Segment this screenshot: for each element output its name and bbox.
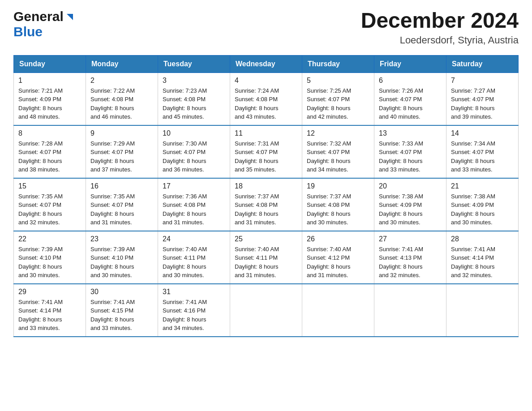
calendar-cell: 16 Sunrise: 7:35 AM Sunset: 4:07 PM Dayl… <box>86 178 158 231</box>
calendar-week-row: 8 Sunrise: 7:28 AM Sunset: 4:07 PM Dayli… <box>14 125 519 178</box>
calendar-cell: 17 Sunrise: 7:36 AM Sunset: 4:08 PM Dayl… <box>158 178 230 231</box>
header-friday: Friday <box>374 55 446 73</box>
header-saturday: Saturday <box>446 55 519 73</box>
day-number: 23 <box>90 235 153 243</box>
day-info: Sunrise: 7:35 AM Sunset: 4:07 PM Dayligh… <box>90 192 153 227</box>
header-thursday: Thursday <box>302 55 374 73</box>
calendar-cell: 30 Sunrise: 7:41 AM Sunset: 4:15 PM Dayl… <box>86 284 158 337</box>
day-number: 11 <box>235 129 297 137</box>
calendar-cell: 18 Sunrise: 7:37 AM Sunset: 4:08 PM Dayl… <box>230 178 302 231</box>
day-info: Sunrise: 7:27 AM Sunset: 4:07 PM Dayligh… <box>451 86 514 121</box>
day-info: Sunrise: 7:21 AM Sunset: 4:09 PM Dayligh… <box>18 86 81 121</box>
day-info: Sunrise: 7:41 AM Sunset: 4:14 PM Dayligh… <box>18 298 81 333</box>
day-info: Sunrise: 7:24 AM Sunset: 4:08 PM Dayligh… <box>235 86 297 121</box>
calendar-cell: 31 Sunrise: 7:41 AM Sunset: 4:16 PM Dayl… <box>158 284 230 337</box>
day-info: Sunrise: 7:28 AM Sunset: 4:07 PM Dayligh… <box>18 139 81 174</box>
calendar-cell: 1 Sunrise: 7:21 AM Sunset: 4:09 PM Dayli… <box>14 73 86 125</box>
calendar-week-row: 22 Sunrise: 7:39 AM Sunset: 4:10 PM Dayl… <box>14 231 519 284</box>
day-number: 16 <box>90 182 153 190</box>
calendar-cell: 11 Sunrise: 7:31 AM Sunset: 4:07 PM Dayl… <box>230 125 302 178</box>
day-number: 29 <box>18 288 81 296</box>
day-number: 22 <box>18 235 81 243</box>
day-info: Sunrise: 7:39 AM Sunset: 4:10 PM Dayligh… <box>90 245 153 280</box>
calendar-cell <box>446 284 519 337</box>
day-info: Sunrise: 7:37 AM Sunset: 4:08 PM Dayligh… <box>235 192 297 227</box>
day-info: Sunrise: 7:38 AM Sunset: 4:09 PM Dayligh… <box>451 192 514 227</box>
calendar-cell: 25 Sunrise: 7:40 AM Sunset: 4:11 PM Dayl… <box>230 231 302 284</box>
calendar-cell: 7 Sunrise: 7:27 AM Sunset: 4:07 PM Dayli… <box>446 73 519 125</box>
page-header: General Blue December 2024 Loedersdorf, … <box>13 9 519 46</box>
day-number: 17 <box>163 182 225 190</box>
day-info: Sunrise: 7:40 AM Sunset: 4:11 PM Dayligh… <box>235 245 297 280</box>
calendar-cell: 22 Sunrise: 7:39 AM Sunset: 4:10 PM Dayl… <box>14 231 86 284</box>
day-number: 8 <box>18 129 81 137</box>
day-info: Sunrise: 7:25 AM Sunset: 4:07 PM Dayligh… <box>307 86 369 121</box>
day-number: 9 <box>90 129 153 137</box>
location-title: Loedersdorf, Styria, Austria <box>361 34 519 46</box>
day-number: 18 <box>235 182 297 190</box>
calendar-week-row: 29 Sunrise: 7:41 AM Sunset: 4:14 PM Dayl… <box>14 284 519 337</box>
day-number: 12 <box>307 129 369 137</box>
calendar-cell: 12 Sunrise: 7:32 AM Sunset: 4:07 PM Dayl… <box>302 125 374 178</box>
day-number: 15 <box>18 182 81 190</box>
calendar-cell: 6 Sunrise: 7:26 AM Sunset: 4:07 PM Dayli… <box>374 73 446 125</box>
calendar-cell: 10 Sunrise: 7:30 AM Sunset: 4:07 PM Dayl… <box>158 125 230 178</box>
calendar-table: Sunday Monday Tuesday Wednesday Thursday… <box>13 55 519 337</box>
day-info: Sunrise: 7:37 AM Sunset: 4:08 PM Dayligh… <box>307 192 369 227</box>
calendar-cell: 24 Sunrise: 7:40 AM Sunset: 4:11 PM Dayl… <box>158 231 230 284</box>
logo-general-text: General <box>13 9 64 24</box>
day-number: 6 <box>379 77 442 85</box>
day-number: 27 <box>379 235 442 243</box>
header-sunday: Sunday <box>14 55 86 73</box>
day-number: 26 <box>307 235 369 243</box>
day-info: Sunrise: 7:26 AM Sunset: 4:07 PM Dayligh… <box>379 86 442 121</box>
day-info: Sunrise: 7:23 AM Sunset: 4:08 PM Dayligh… <box>163 86 225 121</box>
day-info: Sunrise: 7:41 AM Sunset: 4:15 PM Dayligh… <box>90 298 153 333</box>
calendar-week-row: 1 Sunrise: 7:21 AM Sunset: 4:09 PM Dayli… <box>14 73 519 125</box>
calendar-cell: 29 Sunrise: 7:41 AM Sunset: 4:14 PM Dayl… <box>14 284 86 337</box>
day-info: Sunrise: 7:34 AM Sunset: 4:07 PM Dayligh… <box>451 139 514 174</box>
month-title: December 2024 <box>361 9 519 33</box>
logo-blue-text: Blue <box>13 24 43 39</box>
day-number: 24 <box>163 235 225 243</box>
calendar-cell: 14 Sunrise: 7:34 AM Sunset: 4:07 PM Dayl… <box>446 125 519 178</box>
calendar-cell: 27 Sunrise: 7:41 AM Sunset: 4:13 PM Dayl… <box>374 231 446 284</box>
day-info: Sunrise: 7:35 AM Sunset: 4:07 PM Dayligh… <box>18 192 81 227</box>
day-number: 10 <box>163 129 225 137</box>
calendar-cell: 2 Sunrise: 7:22 AM Sunset: 4:08 PM Dayli… <box>86 73 158 125</box>
calendar-cell: 13 Sunrise: 7:33 AM Sunset: 4:07 PM Dayl… <box>374 125 446 178</box>
day-info: Sunrise: 7:40 AM Sunset: 4:12 PM Dayligh… <box>307 245 369 280</box>
day-number: 21 <box>451 182 514 190</box>
calendar-cell: 8 Sunrise: 7:28 AM Sunset: 4:07 PM Dayli… <box>14 125 86 178</box>
day-number: 28 <box>451 235 514 243</box>
day-number: 30 <box>90 288 153 296</box>
day-info: Sunrise: 7:39 AM Sunset: 4:10 PM Dayligh… <box>18 245 81 280</box>
calendar-cell: 21 Sunrise: 7:38 AM Sunset: 4:09 PM Dayl… <box>446 178 519 231</box>
day-number: 7 <box>451 77 514 85</box>
logo-arrow-icon <box>65 12 75 22</box>
day-info: Sunrise: 7:36 AM Sunset: 4:08 PM Dayligh… <box>163 192 225 227</box>
day-number: 25 <box>235 235 297 243</box>
logo: General Blue <box>13 9 75 39</box>
day-info: Sunrise: 7:41 AM Sunset: 4:16 PM Dayligh… <box>163 298 225 333</box>
day-number: 5 <box>307 77 369 85</box>
calendar-header-row: Sunday Monday Tuesday Wednesday Thursday… <box>14 55 519 73</box>
day-info: Sunrise: 7:29 AM Sunset: 4:07 PM Dayligh… <box>90 139 153 174</box>
header-monday: Monday <box>86 55 158 73</box>
calendar-cell: 3 Sunrise: 7:23 AM Sunset: 4:08 PM Dayli… <box>158 73 230 125</box>
day-info: Sunrise: 7:40 AM Sunset: 4:11 PM Dayligh… <box>163 245 225 280</box>
calendar-cell: 28 Sunrise: 7:41 AM Sunset: 4:14 PM Dayl… <box>446 231 519 284</box>
day-number: 19 <box>307 182 369 190</box>
svg-marker-0 <box>67 14 73 20</box>
day-number: 14 <box>451 129 514 137</box>
calendar-cell: 5 Sunrise: 7:25 AM Sunset: 4:07 PM Dayli… <box>302 73 374 125</box>
calendar-cell: 15 Sunrise: 7:35 AM Sunset: 4:07 PM Dayl… <box>14 178 86 231</box>
calendar-cell: 26 Sunrise: 7:40 AM Sunset: 4:12 PM Dayl… <box>302 231 374 284</box>
day-info: Sunrise: 7:41 AM Sunset: 4:13 PM Dayligh… <box>379 245 442 280</box>
day-number: 3 <box>163 77 225 85</box>
day-number: 31 <box>163 288 225 296</box>
day-info: Sunrise: 7:32 AM Sunset: 4:07 PM Dayligh… <box>307 139 369 174</box>
calendar-cell <box>230 284 302 337</box>
calendar-cell: 23 Sunrise: 7:39 AM Sunset: 4:10 PM Dayl… <box>86 231 158 284</box>
header-tuesday: Tuesday <box>158 55 230 73</box>
